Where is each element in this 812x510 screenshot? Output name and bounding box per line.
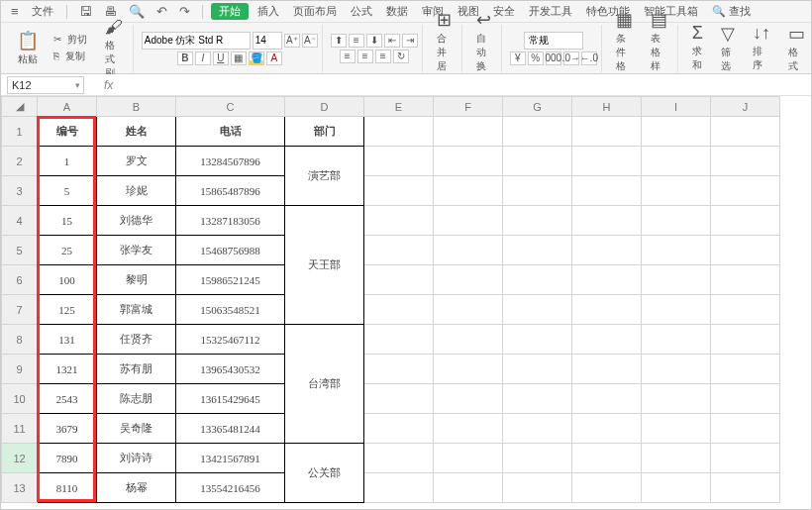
cell[interactable]: 13287183056: [176, 206, 285, 236]
cell[interactable]: [434, 325, 503, 355]
col-G-head[interactable]: G: [503, 97, 572, 117]
cell[interactable]: [364, 236, 434, 265]
cell[interactable]: [572, 236, 642, 265]
search-menu[interactable]: 🔍 查找: [707, 3, 756, 20]
cell[interactable]: [434, 147, 503, 176]
cell[interactable]: 15325467112: [176, 325, 285, 355]
cell[interactable]: [364, 325, 434, 355]
cell[interactable]: 台湾部: [285, 325, 364, 444]
cell[interactable]: 苏有朋: [97, 355, 176, 384]
cell[interactable]: [711, 265, 780, 295]
cell[interactable]: [434, 384, 503, 414]
name-box[interactable]: K12: [7, 76, 84, 94]
cell[interactable]: [503, 325, 572, 355]
cell[interactable]: [572, 147, 642, 176]
cell[interactable]: 7890: [38, 444, 97, 473]
col-D-head[interactable]: D: [285, 97, 364, 117]
cell[interactable]: 25: [38, 236, 97, 265]
cell[interactable]: [642, 206, 711, 236]
format-button[interactable]: ▭ 格式: [782, 21, 811, 75]
filter-button[interactable]: ▽ 筛选: [715, 21, 741, 75]
align-bot-icon[interactable]: ⬇: [366, 34, 382, 48]
cell[interactable]: [711, 473, 780, 503]
tab-formula[interactable]: 公式: [346, 3, 377, 20]
cell[interactable]: 2543: [38, 384, 97, 414]
copy-button[interactable]: ⎘ 复制: [51, 49, 93, 64]
tab-dev[interactable]: 开发工具: [524, 3, 577, 20]
cell[interactable]: [434, 355, 503, 384]
row-head[interactable]: 9: [2, 355, 38, 384]
cell[interactable]: [711, 117, 780, 147]
row-head[interactable]: 11: [2, 414, 38, 444]
bold-icon[interactable]: B: [177, 51, 193, 65]
cell[interactable]: [434, 236, 503, 265]
cell[interactable]: [364, 295, 434, 325]
cell[interactable]: 13284567896: [176, 147, 285, 176]
cell[interactable]: [434, 473, 503, 503]
cell[interactable]: [711, 384, 780, 414]
paste-button[interactable]: 📋 粘贴: [11, 28, 45, 68]
row-head[interactable]: 3: [2, 176, 38, 206]
cell[interactable]: [642, 265, 711, 295]
cell[interactable]: 演艺部: [285, 147, 364, 206]
undo-icon[interactable]: ↶: [152, 4, 171, 19]
cell[interactable]: 张学友: [97, 236, 176, 265]
cell[interactable]: [364, 414, 434, 444]
align-top-icon[interactable]: ⬆: [331, 34, 347, 48]
cell[interactable]: 15: [38, 206, 97, 236]
cell[interactable]: 电话: [176, 117, 285, 147]
cell[interactable]: [364, 117, 434, 147]
cell[interactable]: [503, 236, 572, 265]
cell[interactable]: [434, 117, 503, 147]
col-I-head[interactable]: I: [642, 97, 711, 117]
row-head[interactable]: 2: [2, 147, 38, 176]
cell[interactable]: [711, 295, 780, 325]
increase-font-icon[interactable]: A⁺: [284, 34, 300, 48]
cell[interactable]: 陈志朋: [97, 384, 176, 414]
cell[interactable]: 任贤齐: [97, 325, 176, 355]
align-center-icon[interactable]: ≡: [357, 50, 373, 63]
indent-inc-icon[interactable]: ⇥: [402, 34, 418, 48]
select-all-corner[interactable]: ◢: [2, 97, 38, 117]
cell[interactable]: 8110: [38, 473, 97, 503]
cell[interactable]: 1321: [38, 355, 97, 384]
row-head[interactable]: 6: [2, 265, 38, 295]
col-A-head[interactable]: A: [38, 97, 97, 117]
indent-dec-icon[interactable]: ⇤: [384, 34, 400, 48]
align-left-icon[interactable]: ≡: [340, 50, 355, 63]
cell[interactable]: [434, 444, 503, 473]
cell[interactable]: [572, 325, 642, 355]
cell[interactable]: [572, 206, 642, 236]
cell[interactable]: 13965430532: [176, 355, 285, 384]
cell[interactable]: [364, 206, 434, 236]
grid-area[interactable]: ◢ A B C D E F G H I J 1编号姓名电话部门21罗文13284…: [1, 96, 811, 509]
cell[interactable]: [503, 414, 572, 444]
number-format-select[interactable]: [524, 32, 583, 50]
cell[interactable]: [642, 295, 711, 325]
cell[interactable]: 部门: [285, 117, 364, 147]
cell[interactable]: [572, 444, 642, 473]
cell[interactable]: [503, 295, 572, 325]
cell[interactable]: [503, 206, 572, 236]
cell[interactable]: [503, 147, 572, 176]
cell[interactable]: [642, 147, 711, 176]
redo-icon[interactable]: ↷: [175, 4, 194, 19]
cell[interactable]: 15063548521: [176, 295, 285, 325]
cell[interactable]: 黎明: [97, 265, 176, 295]
cell[interactable]: [503, 117, 572, 147]
cell[interactable]: [434, 295, 503, 325]
cell[interactable]: 100: [38, 265, 97, 295]
dec-dec-icon[interactable]: ←.0: [581, 51, 597, 65]
col-H-head[interactable]: H: [572, 97, 642, 117]
cell[interactable]: 13365481244: [176, 414, 285, 444]
cell[interactable]: 天王部: [285, 206, 364, 325]
font-color-icon[interactable]: A: [266, 51, 282, 65]
cell[interactable]: [572, 384, 642, 414]
cell[interactable]: 3679: [38, 414, 97, 444]
font-name-select[interactable]: [142, 32, 251, 50]
cell[interactable]: [642, 414, 711, 444]
cell[interactable]: 珍妮: [97, 176, 176, 206]
italic-icon[interactable]: I: [195, 51, 211, 65]
cell[interactable]: [642, 444, 711, 473]
cell[interactable]: [711, 414, 780, 444]
